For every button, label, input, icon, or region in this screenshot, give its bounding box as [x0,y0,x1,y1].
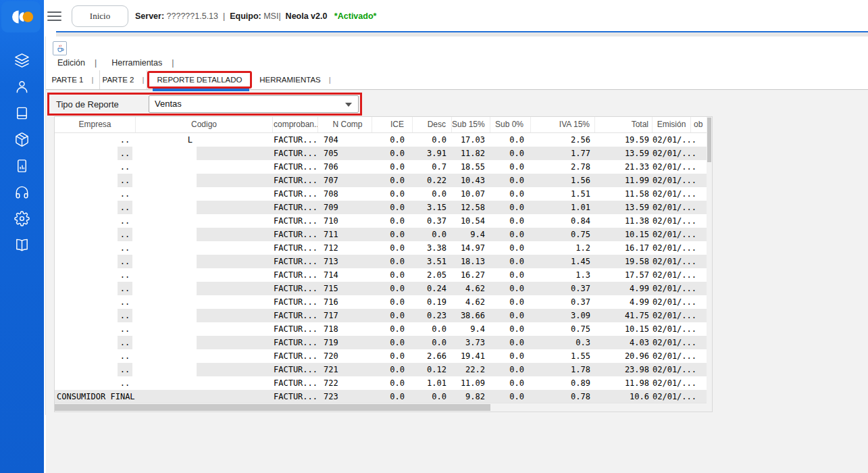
table-cell-ob [691,255,705,268]
table-row[interactable]: ..FACTUR...7170.00.2338.660.03.0941.7502… [55,309,712,322]
table-cell-sub15: 18.55 [452,160,490,174]
table-row[interactable]: ..LFACTUR...7040.00.017.030.02.5619.5902… [55,133,712,147]
column-header-empresa[interactable]: Empresa [55,117,136,132]
tab-parte-1[interactable]: PARTE 1| [46,70,100,89]
sidebar-item-user[interactable] [0,74,44,100]
column-header-ob[interactable]: ob [691,117,705,132]
table-cell-comprobante: FACTUR... [273,309,318,322]
table-cell-total: 10.15 [595,322,653,336]
table-cell-total: 21.33 [595,160,653,174]
server-info-segment: Server: [135,11,167,21]
sidebar-item-gear[interactable] [0,205,44,232]
table-row[interactable]: ..FACTUR...7150.00.244.620.00.374.9902/0… [55,282,712,295]
table-cell-ice: 0.0 [372,295,413,309]
sidebar-item-layers[interactable] [0,47,44,74]
tab-reporte-detallado[interactable]: REPORTE DETALLADO [147,71,252,89]
table-cell-ob [691,214,705,228]
column-header-codigo[interactable]: Codigo [136,117,273,132]
sidebar-item-book[interactable] [0,232,44,258]
table-row[interactable]: ..FACTUR...7210.00.1222.20.01.7823.9802/… [55,363,712,376]
empresa-ellipsis: .. [118,133,132,147]
table-row[interactable]: ..FACTUR...7050.03.9111.820.01.7713.5902… [55,147,712,160]
table-cell-ice: 0.0 [372,147,413,160]
horizontal-scrollbar[interactable] [55,403,707,412]
table-cell-desc: 0.0 [413,133,452,147]
table-row[interactable]: ..FACTUR...7130.03.5118.130.01.4519.5802… [55,255,712,268]
table-cell-iva15: 0.37 [531,295,595,309]
menu-item-herramientas[interactable]: Herramientas| [111,57,174,68]
column-header-iva15[interactable]: IVA 15% [531,117,595,132]
table-cell-emision: 02/01/... [653,241,691,255]
table-cell-emision: 02/01/... [653,201,691,214]
table-cell-empresa: .. [55,174,136,187]
column-header-sub15[interactable]: Sub 15% [452,117,490,132]
column-header-total[interactable]: Total [595,117,653,132]
report-type-dropdown[interactable]: Ventas [149,95,359,113]
table-cell-sub0: 0.0 [490,255,531,268]
column-header-sub0[interactable]: Sub 0% [490,117,531,132]
table-row[interactable]: ..FACTUR...7080.00.010.070.01.5111.5802/… [55,187,712,201]
column-header-desc[interactable]: Desc [413,117,452,132]
codigo-cell-box [136,295,197,309]
table-row[interactable]: CONSUMIDOR FINALFACTUR...7230.00.09.820.… [55,390,712,403]
table-cell-iva15: 3.09 [531,309,595,322]
table-row[interactable]: ..FACTUR...7120.03.3814.970.01.216.1702/… [55,241,712,255]
table-cell-empresa: .. [55,349,136,363]
hamburger-menu-icon[interactable] [47,11,61,22]
table-cell-ice: 0.0 [372,282,413,295]
table-cell-iva15: 0.75 [531,228,595,241]
sidebar-item-report-file[interactable] [0,153,44,179]
table-cell-iva15: 0.84 [531,214,595,228]
table-row[interactable]: ..FACTUR...7140.02.0516.270.01.317.5702/… [55,268,712,282]
horizontal-scrollbar-thumb[interactable] [55,404,490,411]
menu-item-edicion[interactable]: Edición| [57,57,97,68]
table-cell-ob [691,187,705,201]
codigo-cell-box [136,349,197,363]
table-cell-total: 41.75 [595,309,653,322]
table-cell-ncomp: 717 [318,309,372,322]
sidebar-item-journal[interactable] [0,100,44,126]
table-cell-desc: 0.23 [413,309,452,322]
column-header-comprobante[interactable]: comproban... [273,117,318,132]
codigo-cell-box [136,376,197,390]
table-cell-codigo [136,187,273,201]
inicio-button[interactable]: Inicio [72,5,128,27]
table-cell-ob [691,133,705,147]
table-row[interactable]: ..FACTUR...7060.00.718.550.02.7821.3302/… [55,160,712,174]
table-row[interactable]: ..FACTUR...7100.00.3710.540.00.8411.3802… [55,214,712,228]
vertical-scrollbar[interactable] [707,117,712,403]
tab-parte-2[interactable]: PARTE 2| [100,70,147,89]
column-header-emision[interactable]: Emisión [653,117,691,132]
table-cell-ncomp: 709 [318,201,372,214]
column-header-ice[interactable]: ICE [372,117,413,132]
table-cell-comprobante: FACTUR... [273,214,318,228]
empresa-ellipsis: .. [118,322,132,336]
table-cell-sub15: 3.73 [452,336,490,349]
table-row[interactable]: ..FACTUR...7220.01.0111.090.00.8911.9802… [55,376,712,390]
table-cell-ob [691,376,705,390]
table-cell-desc: 1.01 [413,376,452,390]
table-row[interactable]: ..FACTUR...7190.00.03.730.00.34.0302/01/… [55,336,712,349]
table-cell-desc: 3.15 [413,201,452,214]
tab-herramientas[interactable]: HERRAMIENTAS| [252,70,338,89]
column-header-ncomp[interactable]: N Comp [318,117,372,132]
table-cell-ice: 0.0 [372,376,413,390]
sidebar-item-headset[interactable] [0,179,44,205]
table-row[interactable]: ..FACTUR...7200.02.6619.410.01.5520.9602… [55,349,712,363]
table-row[interactable]: ..FACTUR...7160.00.194.620.00.374.9902/0… [55,295,712,309]
sidebar-item-package[interactable] [0,126,44,153]
table-row[interactable]: ..FACTUR...7090.03.1512.580.01.0113.5902… [55,201,712,214]
report-file-icon [14,158,30,174]
table-cell-sub15: 18.13 [452,255,490,268]
table-cell-ncomp: 705 [318,147,372,160]
table-row[interactable]: ..FACTUR...7110.00.09.40.00.7510.1502/01… [55,228,712,241]
table-row[interactable]: ..FACTUR...7180.00.09.40.00.7510.1502/01… [55,322,712,336]
tab-label: PARTE 1 [52,76,84,84]
table-cell-ncomp: 708 [318,187,372,201]
vertical-scrollbar-thumb[interactable] [707,118,711,162]
table-row[interactable]: ..FACTUR...7070.00.2210.430.01.5611.9902… [55,174,712,187]
java-app-icon [53,41,67,55]
tab-label: HERRAMIENTAS [259,76,321,84]
table-cell-ncomp: 721 [318,363,372,376]
table-cell-comprobante: FACTUR... [273,174,318,187]
